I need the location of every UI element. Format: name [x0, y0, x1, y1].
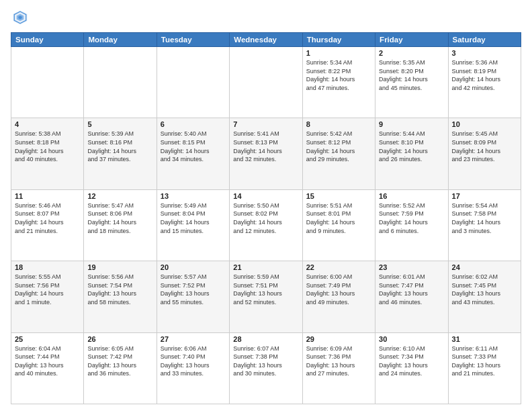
day-number: 31	[452, 335, 517, 343]
day-info: Sunrise: 5:39 AM Sunset: 8:16 PM Dayligh…	[87, 130, 152, 163]
calendar-cell: 21Sunrise: 5:59 AM Sunset: 7:51 PM Dayli…	[230, 261, 302, 332]
calendar-cell: 12Sunrise: 5:47 AM Sunset: 8:06 PM Dayli…	[84, 189, 157, 261]
day-info: Sunrise: 6:06 AM Sunset: 7:40 PM Dayligh…	[161, 345, 226, 378]
day-info: Sunrise: 6:10 AM Sunset: 7:34 PM Dayligh…	[379, 345, 444, 378]
calendar-cell: 28Sunrise: 6:07 AM Sunset: 7:38 PM Dayli…	[230, 332, 302, 404]
day-info: Sunrise: 5:51 AM Sunset: 8:01 PM Dayligh…	[306, 201, 371, 235]
day-info: Sunrise: 5:59 AM Sunset: 7:51 PM Dayligh…	[233, 273, 298, 306]
calendar-cell: 7Sunrise: 5:41 AM Sunset: 8:13 PM Daylig…	[230, 118, 302, 189]
day-number: 6	[161, 120, 226, 128]
calendar-header: SundayMondayTuesdayWednesdayThursdayFrid…	[11, 33, 521, 47]
calendar-cell: 14Sunrise: 5:50 AM Sunset: 8:02 PM Dayli…	[230, 189, 302, 261]
day-info: Sunrise: 6:01 AM Sunset: 7:47 PM Dayligh…	[379, 273, 444, 306]
calendar-cell: 10Sunrise: 5:45 AM Sunset: 8:09 PM Dayli…	[448, 118, 521, 189]
page: SundayMondayTuesdayWednesdayThursdayFrid…	[0, 0, 532, 411]
calendar-cell: 25Sunrise: 6:04 AM Sunset: 7:44 PM Dayli…	[11, 332, 84, 404]
calendar-cell: 22Sunrise: 6:00 AM Sunset: 7:49 PM Dayli…	[302, 261, 375, 332]
calendar-cell: 24Sunrise: 6:02 AM Sunset: 7:45 PM Dayli…	[448, 261, 521, 332]
day-number: 4	[15, 120, 80, 128]
day-number: 24	[452, 263, 517, 271]
calendar-cell: 1Sunrise: 5:34 AM Sunset: 8:22 PM Daylig…	[302, 47, 375, 118]
day-number: 7	[233, 120, 298, 128]
calendar-table: SundayMondayTuesdayWednesdayThursdayFrid…	[11, 32, 521, 404]
day-info: Sunrise: 6:05 AM Sunset: 7:42 PM Dayligh…	[87, 345, 152, 378]
day-info: Sunrise: 5:38 AM Sunset: 8:18 PM Dayligh…	[15, 130, 80, 163]
calendar-cell: 19Sunrise: 5:56 AM Sunset: 7:54 PM Dayli…	[84, 261, 157, 332]
day-info: Sunrise: 5:45 AM Sunset: 8:09 PM Dayligh…	[452, 130, 517, 163]
calendar-cell: 2Sunrise: 5:35 AM Sunset: 8:20 PM Daylig…	[375, 47, 448, 118]
day-number: 22	[306, 263, 371, 271]
day-info: Sunrise: 5:56 AM Sunset: 7:54 PM Dayligh…	[87, 273, 152, 306]
day-number: 26	[87, 335, 152, 343]
calendar-cell: 23Sunrise: 6:01 AM Sunset: 7:47 PM Dayli…	[375, 261, 448, 332]
day-info: Sunrise: 5:44 AM Sunset: 8:10 PM Dayligh…	[379, 130, 444, 163]
calendar-cell: 16Sunrise: 5:52 AM Sunset: 7:59 PM Dayli…	[375, 189, 448, 261]
day-number: 11	[15, 192, 80, 200]
day-number: 14	[233, 192, 298, 200]
calendar-week-1: 4Sunrise: 5:38 AM Sunset: 8:18 PM Daylig…	[11, 118, 521, 189]
calendar-week-0: 1Sunrise: 5:34 AM Sunset: 8:22 PM Daylig…	[11, 47, 521, 118]
day-number: 15	[306, 192, 371, 200]
day-info: Sunrise: 5:46 AM Sunset: 8:07 PM Dayligh…	[15, 201, 80, 235]
calendar-cell: 15Sunrise: 5:51 AM Sunset: 8:01 PM Dayli…	[302, 189, 375, 261]
weekday-header-saturday: Saturday	[448, 33, 521, 47]
day-info: Sunrise: 5:42 AM Sunset: 8:12 PM Dayligh…	[306, 130, 371, 163]
day-info: Sunrise: 6:00 AM Sunset: 7:49 PM Dayligh…	[306, 273, 371, 306]
calendar-cell: 6Sunrise: 5:40 AM Sunset: 8:15 PM Daylig…	[157, 118, 229, 189]
calendar-cell	[230, 47, 302, 118]
calendar-cell: 29Sunrise: 6:09 AM Sunset: 7:36 PM Dayli…	[302, 332, 375, 404]
weekday-header-friday: Friday	[375, 33, 448, 47]
day-number: 28	[233, 335, 298, 343]
calendar-week-4: 25Sunrise: 6:04 AM Sunset: 7:44 PM Dayli…	[11, 332, 521, 404]
day-number: 1	[306, 49, 371, 57]
header	[11, 8, 521, 27]
day-number: 2	[379, 49, 444, 57]
day-number: 13	[161, 192, 226, 200]
calendar-week-2: 11Sunrise: 5:46 AM Sunset: 8:07 PM Dayli…	[11, 189, 521, 261]
weekday-header-tuesday: Tuesday	[157, 33, 229, 47]
calendar-week-3: 18Sunrise: 5:55 AM Sunset: 7:56 PM Dayli…	[11, 261, 521, 332]
day-number: 3	[452, 49, 517, 57]
calendar-cell: 17Sunrise: 5:54 AM Sunset: 7:58 PM Dayli…	[448, 189, 521, 261]
day-info: Sunrise: 5:34 AM Sunset: 8:22 PM Dayligh…	[306, 58, 371, 92]
day-info: Sunrise: 5:52 AM Sunset: 7:59 PM Dayligh…	[379, 201, 444, 235]
day-info: Sunrise: 5:50 AM Sunset: 8:02 PM Dayligh…	[233, 201, 298, 235]
day-number: 8	[306, 120, 371, 128]
weekday-header-monday: Monday	[84, 33, 157, 47]
day-info: Sunrise: 5:55 AM Sunset: 7:56 PM Dayligh…	[15, 273, 80, 306]
day-number: 23	[379, 263, 444, 271]
day-info: Sunrise: 5:57 AM Sunset: 7:52 PM Dayligh…	[161, 273, 226, 306]
calendar-body: 1Sunrise: 5:34 AM Sunset: 8:22 PM Daylig…	[11, 47, 521, 404]
day-number: 21	[233, 263, 298, 271]
calendar-cell: 4Sunrise: 5:38 AM Sunset: 8:18 PM Daylig…	[11, 118, 84, 189]
calendar-cell: 5Sunrise: 5:39 AM Sunset: 8:16 PM Daylig…	[84, 118, 157, 189]
calendar-cell	[157, 47, 229, 118]
day-info: Sunrise: 5:47 AM Sunset: 8:06 PM Dayligh…	[87, 201, 152, 235]
day-info: Sunrise: 5:36 AM Sunset: 8:19 PM Dayligh…	[452, 58, 517, 92]
calendar-cell: 18Sunrise: 5:55 AM Sunset: 7:56 PM Dayli…	[11, 261, 84, 332]
weekday-row: SundayMondayTuesdayWednesdayThursdayFrid…	[11, 33, 521, 47]
day-info: Sunrise: 5:49 AM Sunset: 8:04 PM Dayligh…	[161, 201, 226, 235]
day-info: Sunrise: 6:11 AM Sunset: 7:33 PM Dayligh…	[452, 345, 517, 378]
day-info: Sunrise: 5:54 AM Sunset: 7:58 PM Dayligh…	[452, 201, 517, 235]
day-number: 5	[87, 120, 152, 128]
day-number: 18	[15, 263, 80, 271]
weekday-header-wednesday: Wednesday	[230, 33, 302, 47]
day-info: Sunrise: 6:09 AM Sunset: 7:36 PM Dayligh…	[306, 345, 371, 378]
logo	[11, 8, 32, 27]
day-number: 19	[87, 263, 152, 271]
day-number: 27	[161, 335, 226, 343]
day-info: Sunrise: 6:02 AM Sunset: 7:45 PM Dayligh…	[452, 273, 517, 306]
day-number: 29	[306, 335, 371, 343]
day-number: 12	[87, 192, 152, 200]
day-info: Sunrise: 6:04 AM Sunset: 7:44 PM Dayligh…	[15, 345, 80, 378]
day-info: Sunrise: 6:07 AM Sunset: 7:38 PM Dayligh…	[233, 345, 298, 378]
day-number: 25	[15, 335, 80, 343]
calendar-cell: 3Sunrise: 5:36 AM Sunset: 8:19 PM Daylig…	[448, 47, 521, 118]
calendar-cell: 13Sunrise: 5:49 AM Sunset: 8:04 PM Dayli…	[157, 189, 229, 261]
calendar-cell: 26Sunrise: 6:05 AM Sunset: 7:42 PM Dayli…	[84, 332, 157, 404]
calendar-cell	[84, 47, 157, 118]
day-info: Sunrise: 5:41 AM Sunset: 8:13 PM Dayligh…	[233, 130, 298, 163]
day-number: 16	[379, 192, 444, 200]
calendar-cell: 9Sunrise: 5:44 AM Sunset: 8:10 PM Daylig…	[375, 118, 448, 189]
